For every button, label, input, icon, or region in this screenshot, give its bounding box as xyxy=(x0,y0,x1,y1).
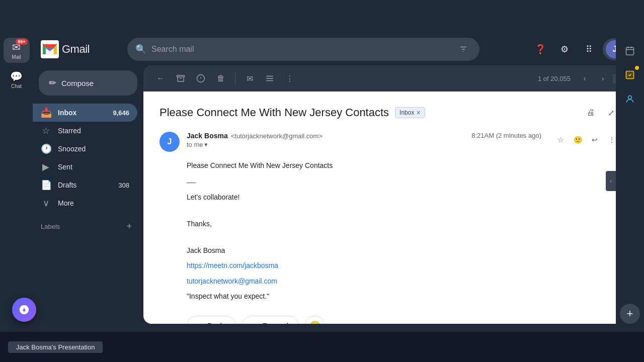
search-bar[interactable]: 🔍 xyxy=(127,38,479,61)
to-me[interactable]: to me ▾ xyxy=(187,141,464,148)
emoji-react-button[interactable]: 🙂 xyxy=(570,132,586,148)
forward-button[interactable]: ↪ Forward xyxy=(242,316,299,324)
more-actions-button[interactable]: ⋮ xyxy=(281,69,299,87)
starred-label: Starred xyxy=(58,127,129,135)
pager-info: 1 of 20,055 xyxy=(538,75,571,82)
archive-button[interactable] xyxy=(172,69,190,87)
gmail-header: Gmail 🔍 ❓ ⚙ ⠿ J ▾ xyxy=(33,33,644,65)
star-button[interactable]: ☆ xyxy=(552,132,569,148)
email-body: Please Connect Me With New Jersey Contac… xyxy=(159,160,620,302)
tasks-badge xyxy=(635,66,639,70)
body-quote: "Inspect what you expect." xyxy=(187,291,620,302)
delete-button[interactable]: 🗑 xyxy=(212,69,230,87)
inbox-badge-label: Inbox xyxy=(399,109,414,116)
body-line3: Let's collaborate! xyxy=(187,192,620,203)
expand-panel-button[interactable]: ‹ xyxy=(606,171,616,191)
body-line7: Jack Bosma xyxy=(187,245,620,256)
compose-label: Compose xyxy=(61,79,94,87)
right-panel-calendar[interactable] xyxy=(620,41,640,61)
sidebar: ✏ Compose 📥 Inbox 9,646 ☆ Starred 🕐 Snoo… xyxy=(33,65,143,332)
search-icon: 🔍 xyxy=(135,44,146,55)
emoji-button[interactable]: 🙂 xyxy=(305,316,325,324)
svg-point-13 xyxy=(628,96,632,99)
more-label: More xyxy=(58,199,129,207)
body-line5: Thanks, xyxy=(187,218,620,229)
inbox-badge[interactable]: Inbox × xyxy=(395,107,425,118)
inbox-badge-close[interactable]: × xyxy=(416,109,420,117)
sidebar-item-starred[interactable]: ☆ Starred xyxy=(33,122,137,140)
snoozed-label: Snoozed xyxy=(58,145,129,153)
mail-badge: 99+ xyxy=(16,39,27,45)
inbox-label: Inbox xyxy=(58,109,106,117)
svg-rect-8 xyxy=(626,47,634,55)
meta-actions: ☆ 🙂 ↩ ⋮ xyxy=(552,132,620,148)
right-panel: + xyxy=(616,33,644,332)
top-bar xyxy=(0,0,644,33)
prev-button[interactable]: ‹ xyxy=(577,70,593,86)
sidebar-item-sent[interactable]: ▶ Sent xyxy=(33,158,137,176)
rail-item-chat[interactable]: 💬 Chat xyxy=(4,67,30,92)
taskbar-presentation-item[interactable]: Jack Bosma's Presentation xyxy=(8,341,103,353)
drafts-icon: 📄 xyxy=(41,179,51,191)
body-link1[interactable]: https://meetn.com/jackbosma xyxy=(187,261,278,269)
forward-label: Forward xyxy=(263,322,288,324)
email-meta: J Jack Bosma <tutorjacknetwork@gmail.com… xyxy=(159,132,620,152)
compose-button[interactable]: ✏ Compose xyxy=(39,70,137,96)
icon-rail: ✉ 99+ Mail 💬 Chat xyxy=(0,33,33,332)
add-label-button[interactable]: + xyxy=(123,220,135,232)
more-chevron-icon: ∨ xyxy=(41,198,51,209)
sidebar-item-snoozed[interactable]: 🕐 Snoozed xyxy=(33,140,137,158)
to-me-dropdown-icon: ▾ xyxy=(204,141,208,148)
spam-button[interactable] xyxy=(192,69,210,87)
sender-name: Jack Bosma xyxy=(187,132,228,140)
chat-label: Chat xyxy=(11,83,22,89)
next-button[interactable]: › xyxy=(595,70,611,86)
right-panel-add-button[interactable]: + xyxy=(620,304,640,324)
email-header-actions: 🖨 ⤢ xyxy=(582,104,620,122)
gmail-logo: Gmail xyxy=(41,40,121,58)
print-button[interactable]: 🖨 xyxy=(582,104,600,122)
right-panel-tasks[interactable] xyxy=(620,65,640,85)
sent-icon: ▶ xyxy=(41,161,51,172)
drafts-count: 308 xyxy=(118,182,129,189)
email-area: ← 🗑 ✉ xyxy=(143,65,636,324)
settings-button[interactable]: ⚙ xyxy=(554,39,575,59)
move-to-button[interactable] xyxy=(261,69,279,87)
reply-inline-button[interactable]: ↩ xyxy=(587,132,603,148)
mark-read-button[interactable]: ✉ xyxy=(240,69,259,87)
email-content: Please Connect Me With New Jersey Contac… xyxy=(143,92,636,324)
labels-section: Labels + xyxy=(33,216,143,236)
gmail-text: Gmail xyxy=(62,43,90,56)
back-button[interactable]: ← xyxy=(151,69,170,87)
toolbar-separator-1 xyxy=(235,72,235,84)
sent-label: Sent xyxy=(58,163,129,171)
help-button[interactable]: ❓ xyxy=(530,39,550,59)
sender-email: <tutorjacknetwork@gmail.com> xyxy=(231,132,323,140)
sidebar-item-drafts[interactable]: 📄 Drafts 308 xyxy=(33,176,137,194)
to-me-label: to me xyxy=(187,141,203,148)
inbox-icon: 📥 xyxy=(41,107,51,118)
apps-button[interactable]: ⠿ xyxy=(579,39,599,59)
sidebar-item-inbox[interactable]: 📥 Inbox 9,646 xyxy=(33,104,137,122)
reply-button[interactable]: ↩ Reply xyxy=(187,316,236,324)
compose-icon: ✏ xyxy=(49,77,56,88)
forward-arrow-icon: ↪ xyxy=(253,322,259,324)
sidebar-item-more[interactable]: ∨ More xyxy=(33,194,137,212)
email-time: 8:21AM (2 minutes ago) xyxy=(471,132,541,139)
search-filter-button[interactable] xyxy=(455,41,471,57)
body-link2[interactable]: tutorjacknetwork@gmail.com xyxy=(187,277,277,285)
sender-info: Jack Bosma <tutorjacknetwork@gmail.com> … xyxy=(187,132,464,148)
email-subject-line: Please Connect Me With New Jersey Contac… xyxy=(159,104,620,122)
right-panel-contacts[interactable] xyxy=(620,89,640,109)
reply-label: Reply xyxy=(207,322,225,324)
search-input[interactable] xyxy=(151,45,450,54)
starred-icon: ☆ xyxy=(41,125,51,136)
inbox-count: 9,646 xyxy=(113,109,129,117)
rail-item-mail[interactable]: ✉ 99+ Mail xyxy=(4,38,30,63)
gmail-logo-icon xyxy=(41,40,59,58)
body-ellipsis: — xyxy=(187,175,620,190)
reply-arrow-icon: ↩ xyxy=(197,322,203,324)
reply-section: ↩ Reply ↪ Forward 🙂 xyxy=(159,306,620,324)
fab-button[interactable] xyxy=(12,298,36,322)
mail-label: Mail xyxy=(12,54,21,60)
